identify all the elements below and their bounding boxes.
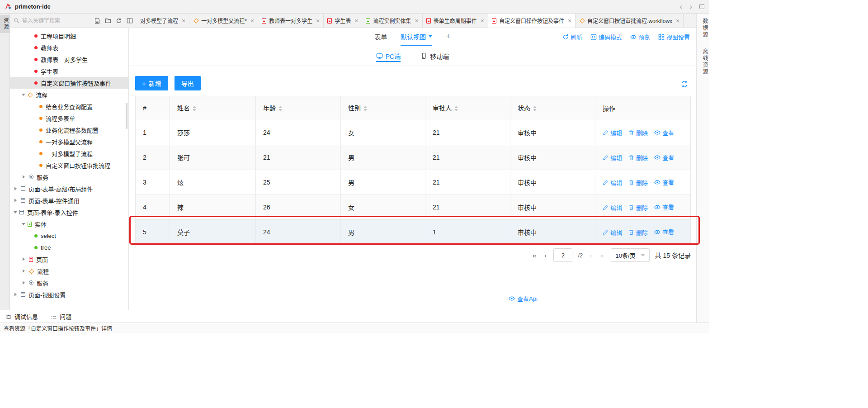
tree-item[interactable]: 一对多模型子流程 [10, 147, 128, 159]
sidebar-scrollbar[interactable] [126, 103, 127, 129]
nav-forward-button[interactable]: › [689, 3, 692, 10]
sort-icon[interactable] [533, 104, 537, 113]
toolbar-code-button[interactable]: 编码模式 [590, 33, 622, 41]
table-row[interactable]: 2张可21男21审核中编辑删除查看 [136, 145, 691, 170]
view-api-link[interactable]: 查看Api [509, 294, 538, 303]
view-link[interactable]: 查看 [654, 128, 674, 137]
caret-down-icon[interactable] [14, 211, 17, 215]
tree-item[interactable]: 页面-表单-录入控件 [10, 206, 128, 218]
tab-close-icon[interactable]: × [415, 17, 418, 24]
column-header[interactable]: 性别 [341, 96, 425, 120]
tree-item[interactable]: 流程 [10, 89, 128, 100]
tree-item[interactable]: 流程 [10, 265, 128, 277]
column-header[interactable]: 姓名 [170, 96, 256, 120]
tab-close-icon[interactable]: × [481, 17, 484, 24]
split-view-button[interactable] [127, 18, 133, 24]
sort-icon[interactable] [363, 104, 367, 113]
tab-form[interactable]: 表单 [374, 28, 387, 46]
editor-tab[interactable]: 自定义窗口操作按钮及事件× [488, 14, 576, 28]
view-link[interactable]: 查看 [654, 153, 674, 161]
first-page-button[interactable]: « [531, 251, 538, 259]
edit-link[interactable]: 编辑 [603, 228, 622, 237]
tree-item[interactable]: tree [10, 242, 128, 253]
sort-icon[interactable] [278, 104, 282, 113]
tab-close-icon[interactable]: × [182, 17, 185, 24]
view-link[interactable]: 查看 [654, 178, 674, 186]
next-page-button[interactable]: › [588, 251, 593, 259]
add-view-button[interactable]: + [446, 28, 451, 46]
column-header[interactable]: 审批人 [425, 96, 510, 120]
debug-info-button[interactable]: 调试信息 [5, 312, 38, 321]
editor-tab[interactable]: 教师表一对多学生× [258, 14, 324, 28]
caret-right-icon[interactable] [14, 293, 19, 296]
column-header[interactable]: 年龄 [256, 96, 341, 120]
caret-right-icon[interactable] [14, 187, 19, 190]
tree-item[interactable]: 页面 [10, 253, 128, 265]
toolbar-refresh-button[interactable]: 刷新 [562, 33, 582, 41]
delete-link[interactable]: 删除 [628, 128, 648, 137]
edit-link[interactable]: 编辑 [603, 178, 622, 187]
current-page-input[interactable]: 2 [553, 248, 572, 262]
tree-item[interactable]: 教师表 [10, 42, 128, 53]
caret-right-icon[interactable] [23, 269, 27, 273]
sort-icon[interactable] [193, 104, 196, 113]
offline-resources-rail-tab[interactable]: 离线资源 [697, 48, 709, 76]
window-layout-button[interactable] [699, 4, 704, 9]
resources-rail-tab[interactable]: 资源 [0, 15, 9, 33]
column-header[interactable]: 状态 [510, 96, 595, 120]
editor-tab[interactable]: 一对多模型父流程*× [189, 14, 258, 28]
table-row[interactable]: 3炫25男21审核中编辑删除查看 [136, 170, 691, 195]
tree-item[interactable]: 教师表一对多学生 [10, 53, 128, 65]
tree-item[interactable]: 工程项目明细 [10, 30, 128, 42]
caret-right-icon[interactable] [23, 175, 27, 179]
save-file-button[interactable] [94, 18, 100, 24]
tree-item[interactable]: 一对多模型父流程 [10, 136, 128, 147]
caret-down-icon[interactable] [22, 223, 25, 227]
tree-item[interactable]: 结合业务查询配置 [10, 100, 128, 112]
folder-button[interactable] [105, 18, 111, 24]
caret-down-icon[interactable] [22, 94, 25, 98]
tab-default-view[interactable]: 默认视图 [401, 28, 432, 46]
caret-right-icon[interactable] [23, 281, 27, 285]
datasource-rail-tab[interactable]: 数据源 [697, 18, 709, 38]
edit-link[interactable]: 编辑 [603, 128, 622, 137]
tree-item[interactable]: 服务 [10, 277, 128, 289]
add-button[interactable]: + 新增 [135, 76, 168, 90]
last-page-button[interactable]: » [599, 251, 605, 259]
tree-item[interactable]: 服务 [10, 171, 128, 183]
tab-close-icon[interactable]: × [250, 17, 254, 24]
edit-link[interactable]: 编辑 [603, 203, 622, 212]
tree-item[interactable]: select [10, 230, 128, 242]
delete-link[interactable]: 删除 [628, 228, 648, 237]
export-button[interactable]: 导出 [175, 76, 201, 90]
issues-button[interactable]: 问题 [51, 312, 71, 321]
tree-item[interactable]: 自定义窗口操作按钮及事件 [10, 77, 128, 89]
tab-close-icon[interactable]: × [354, 17, 358, 24]
tab-close-icon[interactable]: × [676, 17, 679, 24]
tree-item[interactable]: 实体 [10, 218, 128, 230]
table-row[interactable]: 4辣26女21审核中编辑删除查看 [136, 195, 691, 220]
tree-item[interactable]: 页面-表单-控件通用 [10, 195, 128, 206]
table-refresh-icon[interactable] [681, 81, 688, 88]
caret-right-icon[interactable] [23, 257, 27, 261]
editor-tab[interactable]: 学生表× [324, 14, 362, 28]
tab-close-icon[interactable]: × [568, 17, 571, 24]
table-row[interactable]: 1莎莎24女21审核中编辑删除查看 [136, 120, 691, 145]
search-input[interactable] [22, 18, 81, 24]
delete-link[interactable]: 删除 [628, 153, 648, 162]
editor-tab[interactable]: 对多模型子流程× [137, 14, 189, 28]
editor-tab[interactable]: 流程实例实体集× [362, 14, 422, 28]
tree-item[interactable]: 业务化流程参数配置 [10, 124, 128, 136]
table-row[interactable]: 5莫子24男1审核中编辑删除查看 [136, 220, 691, 245]
tab-close-icon[interactable]: × [316, 17, 320, 24]
caret-right-icon[interactable] [14, 199, 19, 202]
editor-tab[interactable]: 表单生命周期事件× [423, 14, 488, 28]
delete-link[interactable]: 删除 [628, 203, 648, 212]
toolbar-view-settings-button[interactable]: 视图设置 [658, 33, 690, 41]
tree-item[interactable]: 页面-表单-高级/布局组件 [10, 183, 128, 195]
edit-link[interactable]: 编辑 [603, 153, 622, 162]
tree-item[interactable]: 自定义窗口按钮审批流程 [10, 159, 128, 171]
view-link[interactable]: 查看 [654, 203, 674, 211]
refresh-button[interactable] [116, 18, 122, 24]
view-link[interactable]: 查看 [654, 228, 674, 236]
